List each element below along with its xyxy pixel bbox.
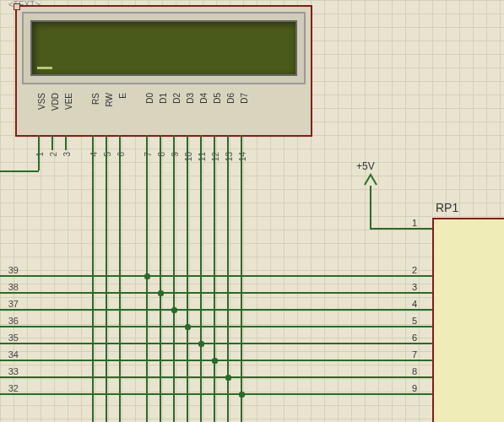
pin-number: 3 [62, 152, 72, 157]
mcu-pin-number: 39 [2, 265, 19, 275]
pin-number: 14 [238, 152, 247, 161]
wire [187, 326, 419, 327]
pin-stub [119, 135, 121, 150]
pin-stub [106, 135, 107, 150]
rp1-pin-number: 8 [405, 366, 417, 376]
rp1-component[interactable] [432, 218, 504, 422]
wire [370, 186, 371, 230]
wire [38, 150, 40, 170]
lcd-pin-label: VEE [64, 93, 73, 110]
mcu-pin-number: 34 [2, 349, 19, 360]
pin-number: 8 [157, 152, 166, 157]
pin-stub [0, 376, 25, 378]
pin-stub [0, 326, 25, 327]
junction-icon [198, 341, 204, 347]
pin-stub [419, 309, 432, 311]
wire [228, 376, 419, 378]
pin-stub [419, 292, 432, 294]
lcd-pin-label: RS [91, 93, 100, 105]
pin-stub [0, 292, 25, 294]
pin-number: 4 [89, 152, 99, 157]
junction-icon [225, 375, 231, 381]
wire [25, 292, 160, 294]
pin-stub [419, 228, 432, 230]
mcu-pin-number: 38 [2, 282, 19, 292]
pin-stub [419, 360, 432, 361]
pin-stub [419, 343, 432, 344]
wire [119, 150, 121, 422]
junction-icon [158, 290, 164, 296]
rp1-pin-number: 3 [405, 282, 417, 292]
rp1-pin-number: 1 [405, 218, 417, 228]
pin-stub [51, 135, 53, 150]
rp1-pin-number: 4 [405, 299, 417, 309]
pin-number: 5 [103, 152, 112, 157]
wire [174, 309, 419, 311]
pin-number: 2 [49, 152, 58, 157]
pin-stub [419, 275, 432, 277]
pin-stub [173, 135, 175, 150]
wire [214, 150, 215, 422]
pin-stub [146, 135, 148, 150]
wire [0, 170, 39, 172]
rp1-pin-number: 9 [405, 383, 417, 393]
lcd-pin-label: D3 [186, 93, 195, 104]
lcd-pin-label: D5 [213, 93, 222, 104]
wire [25, 393, 241, 395]
pin-number: 12 [211, 152, 220, 161]
wire [25, 326, 187, 327]
pin-number: 11 [198, 152, 207, 161]
wire [146, 150, 148, 422]
pin-number: 6 [117, 152, 126, 157]
mcu-pin-number: 35 [2, 333, 19, 343]
pin-stub [160, 135, 161, 150]
wire [160, 150, 161, 422]
mcu-pin-number: 33 [2, 366, 19, 376]
pin-number: 10 [184, 152, 193, 161]
mcu-pin-number: 37 [2, 299, 19, 309]
rp1-pin-number: 7 [405, 349, 417, 360]
lcd-pin-label: VSS [37, 93, 46, 110]
pin-stub [0, 360, 25, 361]
pin-number: 13 [225, 152, 234, 161]
junction-icon [144, 273, 150, 279]
lcd-pin-label: D1 [159, 93, 168, 104]
lcd-component[interactable]: VSSVDDVEERSRWED0D1D2D3D4D5D6D7 [15, 5, 312, 137]
wire [25, 376, 228, 378]
pin-stub [65, 135, 67, 150]
lcd-pin-label: VDD [51, 93, 60, 111]
pin-stub [227, 135, 229, 150]
pin-stub [200, 135, 202, 150]
rp1-pin-number: 2 [405, 265, 417, 275]
wire [214, 360, 419, 361]
wire [241, 150, 242, 422]
pin-stub [187, 135, 188, 150]
pin-stub [419, 326, 432, 327]
wire [160, 292, 419, 294]
pin-stub [0, 275, 25, 277]
pin-stub [38, 135, 40, 150]
pin-stub [92, 135, 94, 150]
rp1-pin-number: 5 [405, 316, 417, 326]
lcd-pin-label: D0 [145, 93, 154, 104]
pin-stub [241, 135, 242, 150]
wire [25, 360, 214, 361]
wire [92, 150, 94, 422]
lcd-pin-label: D6 [226, 93, 236, 104]
power-label: +5V [356, 160, 375, 172]
wire [25, 309, 174, 311]
anchor-icon [14, 3, 20, 10]
wire [201, 343, 419, 344]
pin-number: 1 [35, 152, 45, 157]
lcd-pin-label: D7 [240, 93, 249, 104]
pin-stub [419, 393, 432, 395]
pin-stub [0, 393, 25, 395]
wire [187, 150, 188, 422]
lcd-screen [30, 20, 297, 76]
wire [25, 343, 201, 344]
lcd-pin-label: RW [105, 93, 114, 106]
wire [227, 150, 229, 422]
junction-icon [171, 307, 177, 313]
pin-stub [0, 343, 25, 344]
wire [25, 275, 147, 277]
